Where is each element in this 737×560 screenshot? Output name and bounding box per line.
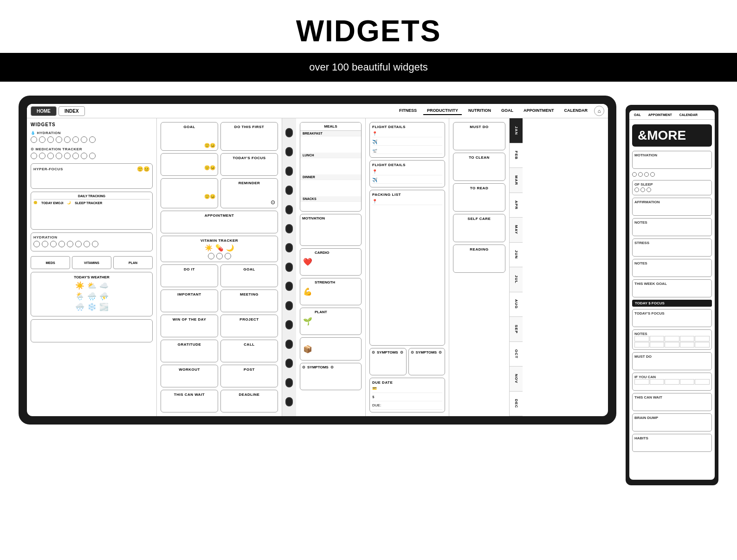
packing-body[interactable] — [372, 206, 442, 225]
motivation-body[interactable] — [302, 220, 359, 244]
tab-productivity[interactable]: PRODUCTIVITY — [423, 107, 462, 115]
todays-focus-body[interactable] — [223, 160, 275, 173]
med-circle-5[interactable] — [64, 153, 71, 159]
h2-circle-6[interactable] — [75, 241, 82, 247]
ss-circle-3[interactable] — [646, 187, 651, 192]
h2-circle-5[interactable] — [67, 241, 73, 247]
reminder-body[interactable] — [223, 185, 275, 198]
ss-circle-2[interactable] — [640, 187, 645, 192]
month-jul[interactable]: JUL — [510, 267, 523, 292]
hydration-circle-1[interactable] — [31, 136, 37, 143]
project-body[interactable] — [223, 322, 275, 335]
call-body[interactable] — [223, 347, 275, 360]
must-do-body[interactable] — [456, 129, 503, 148]
side-todaysfocus-body[interactable] — [634, 315, 710, 325]
tab-home[interactable]: HOME — [31, 106, 57, 116]
tab-appointment[interactable]: APPOINTMENT — [520, 107, 558, 115]
sh-circle-4[interactable] — [650, 172, 655, 177]
month-sep[interactable]: SEP — [510, 317, 523, 342]
snacks-body[interactable] — [300, 202, 361, 211]
h2-circle-8[interactable] — [92, 241, 98, 247]
dinner-body[interactable] — [300, 180, 361, 196]
med-circle-7[interactable] — [81, 153, 87, 159]
meeting-body[interactable] — [223, 296, 275, 309]
side-tab-goal[interactable]: OAL — [631, 112, 644, 117]
side-notes3-body[interactable] — [634, 336, 710, 348]
symptoms-body-1[interactable] — [302, 369, 359, 388]
hydration-circle-6[interactable] — [72, 136, 79, 143]
hydration-circle-5[interactable] — [64, 136, 71, 143]
month-jan[interactable]: JAN — [510, 118, 523, 143]
h2-circle-7[interactable] — [84, 241, 90, 247]
tab-fitness[interactable]: FITNESS — [395, 107, 420, 115]
side-habits-body[interactable] — [634, 440, 710, 450]
do-it-body[interactable] — [163, 271, 215, 284]
h2-circle-4[interactable] — [58, 241, 65, 247]
meds-box[interactable]: MEDS — [31, 256, 70, 269]
hydration-circle-4[interactable] — [56, 136, 62, 143]
hydration-circle-7[interactable] — [81, 136, 87, 143]
med-circle-2[interactable] — [39, 153, 45, 159]
goal3-body[interactable] — [223, 271, 275, 284]
win-of-day-body[interactable] — [163, 322, 215, 335]
tab-goal[interactable]: GOAL — [498, 107, 517, 115]
vit-circle-1[interactable] — [208, 253, 214, 259]
side-canwait-body[interactable] — [634, 399, 710, 409]
med-circle-4[interactable] — [56, 153, 62, 159]
home-button[interactable]: ⌂ — [594, 106, 604, 116]
h2-circle-3[interactable] — [50, 241, 57, 247]
side-weekgoal-body[interactable] — [634, 286, 710, 295]
month-jun[interactable]: JUN — [510, 243, 523, 268]
hydration-circle-8[interactable] — [89, 136, 96, 143]
goal-body[interactable] — [163, 129, 215, 142]
h2-circle-1[interactable] — [33, 241, 40, 247]
hyper-focus-body[interactable] — [33, 172, 150, 186]
workout-body[interactable] — [163, 372, 215, 385]
side-braindump-body[interactable] — [634, 420, 710, 429]
reading-body[interactable] — [456, 251, 503, 270]
side-motivation-body[interactable] — [634, 157, 710, 167]
side-tab-calendar[interactable]: CALENDAR — [677, 112, 700, 117]
month-may[interactable]: MAY — [510, 218, 523, 243]
daily-tracking-body[interactable] — [33, 206, 150, 227]
h2-circle-2[interactable] — [42, 241, 48, 247]
month-mar[interactable]: MAR — [510, 168, 523, 193]
month-aug[interactable]: AUG — [510, 292, 523, 317]
gratitude-body[interactable] — [163, 347, 215, 360]
sh-circle-2[interactable] — [638, 172, 643, 177]
to-read-body[interactable] — [456, 190, 503, 209]
appointment-body[interactable] — [164, 218, 274, 231]
ss-circle-1[interactable] — [634, 187, 639, 192]
post-body[interactable] — [223, 372, 275, 385]
do-this-first-body[interactable] — [223, 129, 275, 142]
tab-nutrition[interactable]: NUTRITION — [465, 107, 495, 115]
side-mustdo-body[interactable] — [634, 359, 710, 368]
fs-body-2[interactable] — [411, 354, 443, 373]
side-stress-body[interactable] — [634, 245, 710, 254]
hydration-circle-2[interactable] — [39, 136, 45, 143]
important-body[interactable] — [163, 296, 215, 309]
side-notes2-body[interactable] — [634, 265, 710, 275]
month-feb[interactable]: FEB — [510, 143, 523, 168]
month-dec[interactable]: DEC — [510, 392, 523, 417]
bottom-left-box[interactable] — [31, 319, 153, 342]
fs-body-1[interactable] — [372, 354, 404, 373]
side-affirmation-body[interactable] — [634, 204, 710, 213]
tab-calendar[interactable]: CALENDAR — [561, 107, 592, 115]
plan-box[interactable]: PLAN — [113, 256, 153, 269]
sh-circle-1[interactable] — [632, 172, 637, 177]
month-apr[interactable]: APR — [510, 193, 523, 218]
sh-circle-3[interactable] — [644, 172, 649, 177]
self-care-body[interactable] — [456, 221, 503, 239]
this-can-wait-body[interactable] — [163, 397, 215, 410]
med-circle-3[interactable] — [47, 153, 54, 159]
med-circle-1[interactable] — [31, 153, 37, 159]
side-tab-appointment[interactable]: APPOINTMENT — [646, 112, 675, 117]
to-clean-body[interactable] — [456, 160, 503, 178]
breakfast-body[interactable] — [300, 136, 361, 153]
deadline-body[interactable] — [223, 397, 275, 410]
med-circle-8[interactable] — [89, 153, 96, 159]
tab-index[interactable]: INDEX — [58, 106, 85, 116]
month-oct[interactable]: OCT — [510, 342, 523, 367]
hydration-circle-3[interactable] — [47, 136, 54, 143]
